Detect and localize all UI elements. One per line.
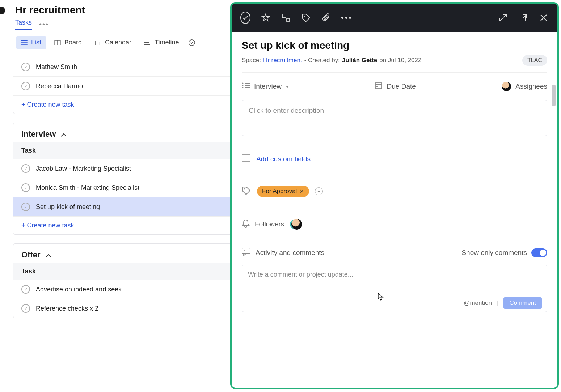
view-more-hidden[interactable] <box>187 36 201 49</box>
timeline-icon <box>144 40 151 45</box>
svg-rect-20 <box>375 83 382 89</box>
complete-task-button[interactable] <box>240 13 250 23</box>
comment-button[interactable]: Comment <box>503 297 542 309</box>
list-icon <box>242 82 250 90</box>
status-selector[interactable]: Interview ▾ <box>242 82 288 90</box>
add-tag-button[interactable]: + <box>315 187 323 195</box>
section-title: Interview <box>21 129 56 139</box>
board-icon <box>54 40 61 45</box>
show-only-label: Show only comments <box>461 249 527 257</box>
more-icon[interactable]: ••• <box>342 13 352 23</box>
subtask-icon[interactable] <box>281 13 291 23</box>
task-row[interactable]: ✓ Advertise on indeed and seek <box>13 280 244 299</box>
svg-rect-22 <box>376 86 378 87</box>
scrollbar-thumb[interactable] <box>552 85 556 106</box>
view-list[interactable]: List <box>16 36 46 49</box>
svg-rect-11 <box>287 18 290 21</box>
tabs-more-icon[interactable]: ••• <box>39 20 49 29</box>
comment-icon <box>242 248 250 257</box>
tag-icon <box>242 186 251 197</box>
task-title: Monica Smith - Marketing Specialist <box>36 184 139 192</box>
task-row[interactable]: ✓ Reference checks x 2 <box>13 299 244 318</box>
followers-label: Followers <box>255 220 284 228</box>
column-header: Task <box>13 263 244 280</box>
chevron-up-icon[interactable] <box>46 250 51 260</box>
section-header[interactable]: Offer <box>13 244 244 263</box>
create-task-button[interactable]: + Create new task <box>13 95 244 114</box>
task-title: Advertise on indeed and seek <box>36 286 122 293</box>
attachment-icon[interactable] <box>321 13 332 23</box>
show-only-toggle[interactable] <box>531 248 547 257</box>
tag-remove-icon[interactable]: ✕ <box>300 188 304 194</box>
check-icon[interactable]: ✓ <box>21 63 30 71</box>
task-row[interactable]: ✓ Jacob Law - Marketing Specialist <box>13 159 244 178</box>
section-interview: Interview Task ✓ Jacob Law - Marketing S… <box>13 123 245 235</box>
status-value: Interview <box>254 82 282 90</box>
tag-chip[interactable]: For Approval ✕ <box>257 186 309 197</box>
description-input[interactable]: Click to enter description <box>242 100 547 136</box>
check-icon[interactable]: ✓ <box>21 164 30 173</box>
space-link[interactable]: Hr recruitment <box>263 57 302 64</box>
add-custom-fields-link[interactable]: Add custom fields <box>256 155 311 163</box>
view-timeline[interactable]: Timeline <box>139 36 184 49</box>
task-row[interactable]: ✓ Monica Smith - Marketing Specialist <box>13 178 244 197</box>
task-title: Set up kick of meeting <box>36 203 100 211</box>
task-title: Mathew Smith <box>36 63 77 71</box>
tab-tasks[interactable]: Tasks <box>15 19 32 30</box>
activity-label: Activity and comments <box>256 249 324 257</box>
create-task-button[interactable]: + Create new task <box>13 216 244 234</box>
workspace-avatar[interactable] <box>0 7 5 14</box>
expand-icon[interactable] <box>498 13 508 23</box>
follower-avatar[interactable] <box>291 219 302 230</box>
svg-point-16 <box>242 85 244 86</box>
mention-button[interactable]: @mention <box>464 299 492 307</box>
task-title: Rebecca Harmo <box>36 82 83 90</box>
section-offer: Offer Task ✓ Advertise on indeed and see… <box>13 243 245 318</box>
comment-input[interactable]: Write a comment or project update... <box>242 265 547 294</box>
svg-rect-10 <box>282 14 286 18</box>
task-row[interactable]: ✓ Rebecca Harmo <box>13 76 244 95</box>
check-icon[interactable]: ✓ <box>21 304 30 313</box>
view-board[interactable]: Board <box>49 36 87 49</box>
chevron-up-icon[interactable] <box>61 129 67 139</box>
section-top: ✓ Mathew Smith ✓ Rebecca Harmo + Create … <box>13 57 245 114</box>
created-on: on Jul 10, 2022 <box>379 57 421 64</box>
due-label: Due Date <box>387 82 416 90</box>
svg-point-9 <box>189 39 195 45</box>
close-icon[interactable] <box>539 13 549 23</box>
svg-rect-2 <box>95 41 101 45</box>
view-calendar-label: Calendar <box>105 39 131 46</box>
view-list-label: List <box>31 39 41 46</box>
task-row[interactable]: ✓ Mathew Smith <box>13 57 244 76</box>
check-icon[interactable]: ✓ <box>21 82 30 90</box>
check-icon[interactable]: ✓ <box>21 285 30 294</box>
svg-point-28 <box>244 250 245 251</box>
view-board-label: Board <box>64 39 82 46</box>
created-by: Julián Gette <box>342 57 377 64</box>
svg-point-18 <box>242 87 244 88</box>
grid-icon <box>242 154 250 164</box>
view-calendar[interactable]: Calendar <box>90 36 136 49</box>
svg-point-12 <box>304 16 305 17</box>
open-external-icon[interactable] <box>518 13 528 23</box>
due-date-selector[interactable]: Due Date <box>375 81 416 91</box>
task-title[interactable]: Set up kick of meeting <box>242 40 547 51</box>
svg-point-29 <box>246 250 246 251</box>
assignees-label: Assignees <box>515 82 547 90</box>
svg-point-26 <box>244 188 245 189</box>
task-row-selected[interactable]: ✓ Set up kick of meeting <box>13 197 244 216</box>
assignees-selector[interactable]: Assignees <box>502 82 547 91</box>
check-icon[interactable]: ✓ <box>21 203 30 211</box>
divider: | <box>497 299 498 307</box>
calendar-icon <box>375 81 383 91</box>
section-header[interactable]: Interview <box>13 123 244 142</box>
badge[interactable]: TLAC <box>522 55 547 66</box>
star-icon[interactable] <box>261 13 271 23</box>
check-icon[interactable]: ✓ <box>21 183 30 192</box>
space-label: Space: <box>242 57 261 64</box>
panel-toolbar: ••• <box>232 4 557 32</box>
comment-box: Write a comment or project update... @me… <box>242 265 547 312</box>
tag-icon[interactable] <box>301 13 311 23</box>
list-icon <box>21 40 28 45</box>
cursor-icon <box>378 293 384 301</box>
